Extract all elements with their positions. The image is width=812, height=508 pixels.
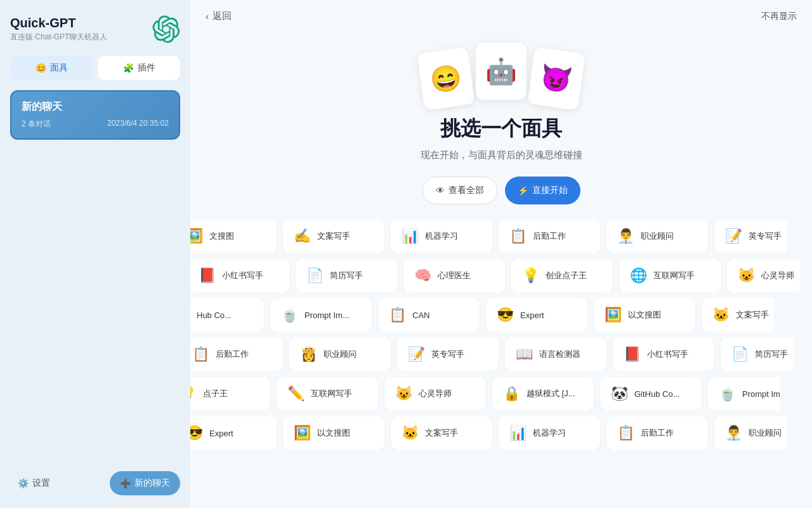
- list-item[interactable]: 📖语言检测器: [505, 338, 606, 371]
- list-item[interactable]: 📕小红书写手: [613, 338, 714, 371]
- list-item[interactable]: 📝英专写手: [397, 338, 499, 371]
- mask-emoji: 🔒: [501, 384, 521, 404]
- mask-emoji: ✏️: [285, 384, 306, 404]
- mask-preview-icons: 😄 🤖 😈: [417, 45, 585, 102]
- list-item[interactable]: 💡点子王: [190, 377, 270, 410]
- list-item[interactable]: 👸职业顾问: [289, 338, 391, 371]
- tab-mask[interactable]: 😊 面具: [10, 56, 93, 80]
- eye-icon: 👁: [436, 185, 445, 196]
- mask-row-4: 📋后勤工作 👸职业顾问 📝英专写手 📖语言检测器 📕小红书写手 📄简历写手 🎃心…: [190, 338, 793, 371]
- mask-emoji: 👨‍💼: [723, 423, 743, 443]
- view-all-button[interactable]: 👁 查看全部: [422, 177, 497, 204]
- mask-emoji: 🖼️: [190, 226, 204, 246]
- hero-actions: 👁 查看全部 ⚡ 直接开始: [422, 177, 580, 204]
- list-item[interactable]: 📄简历写手: [721, 338, 793, 371]
- mask-emoji: 🍵: [717, 384, 737, 404]
- chat-count: 2 条对话: [22, 119, 51, 130]
- list-item[interactable]: 😺心灵导师: [727, 259, 799, 292]
- list-item[interactable]: 🐱文案写手: [702, 298, 774, 331]
- openai-logo-icon: [152, 15, 180, 43]
- sidebar: Quick-GPT 直连版·Chat-GPT聊天机器人 😊 面具 🧩 插件 新的…: [0, 0, 190, 508]
- mask-label: 职业顾问: [749, 427, 782, 439]
- mask-emoji: 💡: [190, 384, 198, 404]
- mask-row-1: 🖼️文搜图 ✍️文案写手 📊机器学习 📋后勤工作 👨‍💼职业顾问 📝英专写手 🔍…: [190, 220, 787, 253]
- list-item[interactable]: 😎Expert: [486, 298, 587, 331]
- mask-emoji: 💡: [520, 265, 540, 286]
- mask-emoji: 💻: [190, 305, 192, 325]
- settings-button[interactable]: ⚙️ 设置: [10, 472, 58, 494]
- list-item[interactable]: 🖼️以文搜图: [594, 298, 695, 331]
- mask-label: 英专写手: [749, 231, 782, 242]
- mask-label: 点子王: [203, 388, 228, 399]
- start-button[interactable]: ⚡ 直接开始: [505, 177, 580, 204]
- list-item[interactable]: 📋后勤工作: [499, 220, 600, 253]
- mask-label: 心灵导师: [761, 270, 794, 281]
- mask-label: 机器学习: [425, 231, 458, 242]
- mask-emoji: 📊: [508, 423, 528, 443]
- mask-emoji: 🐱: [710, 305, 731, 325]
- mask-label: 简历写手: [755, 349, 788, 360]
- mask-emoji: 👨‍💼: [615, 226, 636, 246]
- tab-plugin-label: 插件: [138, 62, 155, 74]
- hero-subtitle: 现在开始，与面具背后的灵魂思维碰撞: [421, 149, 582, 161]
- mask-row-5: 💡点子王 ✏️互联网写手 😺心灵导师 🔒越狱模式 [J... 🐼GitHub C…: [190, 377, 780, 410]
- mask-row-6: 😎Expert 🖼️以文搜图 🐱文案写手 📊机器学习 📋后勤工作 👨‍💼职业顾问…: [190, 417, 787, 450]
- list-item[interactable]: 💡创业点子王: [511, 259, 613, 292]
- no-show-button[interactable]: 不再显示: [761, 11, 797, 22]
- chat-item[interactable]: 新的聊天 2 条对话 2023/6/4 20:35:02: [10, 90, 180, 140]
- mask-label: Expert: [209, 429, 233, 438]
- list-item[interactable]: 🍵Prompt Im...: [708, 377, 780, 410]
- mask-emoji: 📕: [622, 344, 642, 364]
- sidebar-footer: ⚙️ 设置 ➕ 新的聊天: [10, 471, 180, 495]
- back-button[interactable]: ‹ 返回: [206, 10, 232, 22]
- list-item[interactable]: 💻Hub Co...: [190, 298, 264, 331]
- mask-label: Prompt Im...: [304, 311, 350, 320]
- list-item[interactable]: 🐼GitHub Co...: [600, 377, 702, 410]
- list-item[interactable]: 📋CAN: [378, 298, 480, 331]
- mask-label: 职业顾问: [641, 231, 674, 242]
- mask-label: 心灵导师: [419, 388, 452, 399]
- list-item[interactable]: 😎Expert: [190, 417, 277, 450]
- mask-emoji: 😺: [393, 384, 414, 404]
- list-item[interactable]: 🐱文案写手: [391, 417, 492, 450]
- mask-emoji: 📝: [723, 226, 743, 246]
- mask-label: GitHub Co...: [634, 389, 680, 399]
- mask-emoji: 📄: [304, 265, 325, 286]
- mask-icon: 😊: [36, 63, 46, 73]
- list-item[interactable]: 👨‍💼职业顾问: [606, 220, 708, 253]
- tab-plugin[interactable]: 🧩 插件: [98, 56, 180, 80]
- mask-label: 越狱模式 [J...: [527, 388, 575, 399]
- list-item[interactable]: 🍵Prompt Im...: [270, 298, 372, 331]
- mask-row-3: 💻Hub Co... 🍵Prompt Im... 📋CAN 😎Expert 🖼️…: [190, 298, 774, 331]
- settings-icon: ⚙️: [18, 478, 29, 488]
- list-item[interactable]: 📊机器学习: [391, 220, 492, 253]
- mask-label: 文搜图: [209, 231, 234, 242]
- mask-emoji: 📖: [514, 344, 534, 364]
- list-item[interactable]: 📋后勤工作: [606, 417, 708, 450]
- list-item[interactable]: 📋后勤工作: [190, 338, 283, 371]
- hero-title: 挑选一个面具: [440, 115, 562, 143]
- list-item[interactable]: ✍️文案写手: [283, 220, 384, 253]
- mask-label: 互联网写手: [653, 270, 695, 281]
- list-item[interactable]: 📊机器学习: [499, 417, 600, 450]
- topbar: ‹ 返回 不再显示: [190, 0, 812, 32]
- list-item[interactable]: 📝英专写手: [714, 220, 787, 253]
- chat-meta: 2 条对话 2023/6/4 20:35:02: [22, 119, 169, 130]
- list-item[interactable]: ✏️互联网写手: [277, 377, 378, 410]
- list-item[interactable]: 🧠心理医生: [403, 259, 505, 292]
- list-item[interactable]: 🖼️文搜图: [190, 220, 277, 253]
- mask-emoji: 🍵: [279, 305, 299, 325]
- new-chat-button[interactable]: ➕ 新的聊天: [110, 471, 180, 495]
- tab-mask-label: 面具: [50, 62, 68, 74]
- list-item[interactable]: 🖼️以文搜图: [283, 417, 384, 450]
- settings-label: 设置: [32, 478, 50, 489]
- list-item[interactable]: 📄简历写手: [296, 259, 397, 292]
- list-item[interactable]: 📕小红书写手: [190, 259, 289, 292]
- list-item[interactable]: 😺心灵导师: [384, 377, 486, 410]
- list-item[interactable]: 🔒越狱模式 [J...: [492, 377, 594, 410]
- list-item[interactable]: 🌐互联网写手: [619, 259, 721, 292]
- sidebar-header: Quick-GPT 直连版·Chat-GPT聊天机器人: [10, 13, 180, 46]
- list-item[interactable]: 👨‍💼职业顾问: [714, 417, 787, 450]
- mask-label: 互联网写手: [311, 388, 352, 399]
- mask-label: 小红书写手: [647, 349, 688, 360]
